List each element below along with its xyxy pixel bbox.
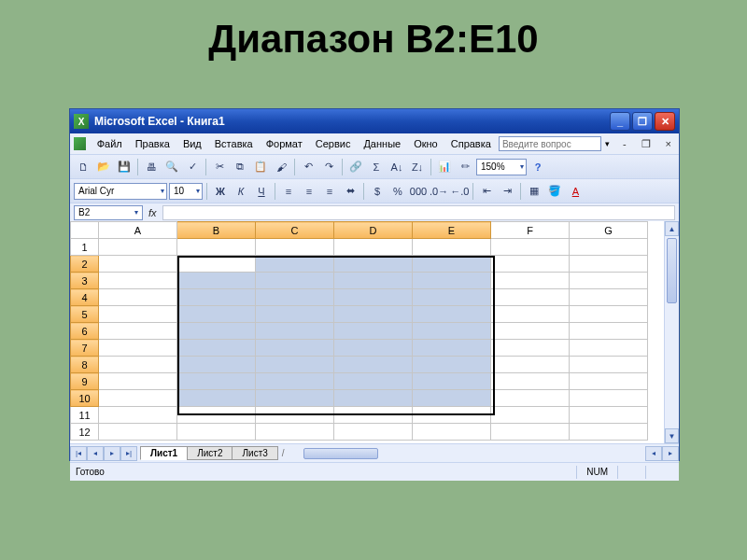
cut-icon[interactable]: ✂: [210, 158, 229, 176]
cell-A2[interactable]: [99, 256, 177, 273]
menu-edit[interactable]: Правка: [130, 136, 176, 151]
cell-E8[interactable]: [413, 357, 491, 373]
font-color-icon[interactable]: A: [566, 182, 585, 201]
row-header-10[interactable]: 10: [71, 390, 99, 407]
cell-F6[interactable]: [491, 323, 570, 340]
cell-A3[interactable]: [99, 273, 177, 289]
cell-C10[interactable]: [256, 390, 334, 407]
cell-F3[interactable]: [491, 273, 570, 289]
menu-insert[interactable]: Вставка: [209, 136, 259, 151]
cell-D3[interactable]: [334, 273, 413, 289]
cell-C4[interactable]: [256, 289, 334, 306]
chart-icon[interactable]: 📊: [435, 158, 454, 176]
cell-B3[interactable]: [177, 273, 256, 289]
mdi-restore[interactable]: ❐: [638, 138, 655, 150]
cell-D10[interactable]: [334, 390, 413, 407]
row-header-12[interactable]: 12: [71, 424, 99, 441]
cell-E6[interactable]: [413, 323, 491, 340]
cell-D7[interactable]: [334, 340, 413, 357]
vertical-scrollbar[interactable]: ▲ ▼: [664, 221, 679, 443]
cell-E9[interactable]: [413, 373, 491, 390]
align-left-icon[interactable]: ≡: [279, 182, 298, 201]
cell-G6[interactable]: [570, 323, 648, 340]
cell-D1[interactable]: [334, 239, 413, 256]
sheet-tab-2[interactable]: Лист2: [187, 446, 233, 460]
cell-C2[interactable]: [256, 256, 334, 273]
italic-button[interactable]: К: [232, 182, 250, 201]
cell-A7[interactable]: [99, 340, 177, 357]
cell-G4[interactable]: [570, 289, 648, 306]
close-button[interactable]: ✕: [655, 112, 675, 131]
formula-input[interactable]: [162, 205, 675, 220]
row-header-7[interactable]: 7: [71, 340, 99, 357]
cell-A5[interactable]: [99, 306, 177, 323]
ask-a-question-input[interactable]: [499, 136, 601, 151]
horizontal-scrollbar[interactable]: [302, 447, 643, 460]
paste-icon[interactable]: 📋: [251, 158, 270, 176]
redo-icon[interactable]: ↷: [319, 158, 338, 176]
cell-E11[interactable]: [413, 407, 491, 424]
cell-E10[interactable]: [413, 390, 491, 407]
zoom-dropdown[interactable]: 150%: [476, 159, 527, 175]
row-header-11[interactable]: 11: [71, 407, 99, 424]
cell-E5[interactable]: [413, 306, 491, 323]
cell-A8[interactable]: [99, 357, 177, 373]
cell-G10[interactable]: [570, 390, 648, 407]
menu-file[interactable]: Файл: [92, 136, 128, 151]
col-header-D[interactable]: D: [334, 222, 413, 239]
row-header-8[interactable]: 8: [71, 357, 99, 373]
cell-D8[interactable]: [334, 357, 413, 373]
cell-E3[interactable]: [413, 273, 491, 289]
sort-asc-icon[interactable]: A↓: [388, 158, 406, 176]
cell-E12[interactable]: [413, 424, 491, 441]
decrease-indent-icon[interactable]: ⇤: [477, 182, 496, 201]
cell-G11[interactable]: [570, 407, 648, 424]
cell-C9[interactable]: [256, 373, 334, 390]
save-icon[interactable]: 💾: [115, 158, 134, 176]
merge-center-icon[interactable]: ⬌: [341, 182, 359, 201]
undo-icon[interactable]: ↶: [299, 158, 317, 176]
fx-icon[interactable]: fx: [148, 207, 157, 218]
cell-A1[interactable]: [99, 239, 177, 256]
select-all-corner[interactable]: [71, 222, 99, 239]
format-painter-icon[interactable]: 🖌: [272, 158, 290, 176]
help-dropdown-icon[interactable]: ▾: [603, 139, 612, 148]
cell-D9[interactable]: [334, 373, 413, 390]
cell-C12[interactable]: [256, 424, 334, 441]
hyperlink-icon[interactable]: 🔗: [346, 158, 365, 176]
percent-icon[interactable]: %: [388, 182, 407, 201]
cell-E1[interactable]: [413, 239, 491, 256]
menu-help[interactable]: Справка: [445, 136, 497, 151]
comma-icon[interactable]: 000: [409, 182, 428, 201]
cell-C11[interactable]: [256, 407, 334, 424]
cell-B6[interactable]: [177, 323, 256, 340]
cell-E7[interactable]: [413, 340, 491, 357]
cell-G2[interactable]: [570, 256, 648, 273]
row-header-1[interactable]: 1: [71, 239, 99, 256]
sheet-tab-3[interactable]: Лист3: [232, 446, 277, 460]
cell-G5[interactable]: [570, 306, 648, 323]
print-icon[interactable]: 🖶: [142, 158, 161, 176]
autosum-icon[interactable]: Σ: [367, 158, 386, 176]
cell-G7[interactable]: [570, 340, 648, 357]
cell-F2[interactable]: [491, 256, 570, 273]
scroll-right-icon[interactable]: ▸: [662, 446, 679, 461]
menu-tools[interactable]: Сервис: [310, 136, 357, 151]
cell-A12[interactable]: [99, 424, 177, 441]
cell-C5[interactable]: [256, 306, 334, 323]
font-dropdown[interactable]: Arial Cyr: [74, 183, 167, 200]
cell-B5[interactable]: [177, 306, 256, 323]
cell-G8[interactable]: [570, 357, 648, 373]
col-header-C[interactable]: C: [256, 222, 334, 239]
cell-B2[interactable]: [177, 256, 256, 273]
bold-button[interactable]: Ж: [211, 182, 230, 201]
copy-icon[interactable]: ⧉: [231, 158, 249, 176]
row-header-9[interactable]: 9: [71, 373, 99, 390]
nav-last[interactable]: ▸|: [120, 446, 137, 461]
cell-A9[interactable]: [99, 373, 177, 390]
row-header-5[interactable]: 5: [71, 306, 99, 323]
cell-C6[interactable]: [256, 323, 334, 340]
menu-data[interactable]: Данные: [358, 136, 406, 151]
col-header-F[interactable]: F: [491, 222, 570, 239]
nav-prev[interactable]: ◂: [87, 446, 104, 461]
